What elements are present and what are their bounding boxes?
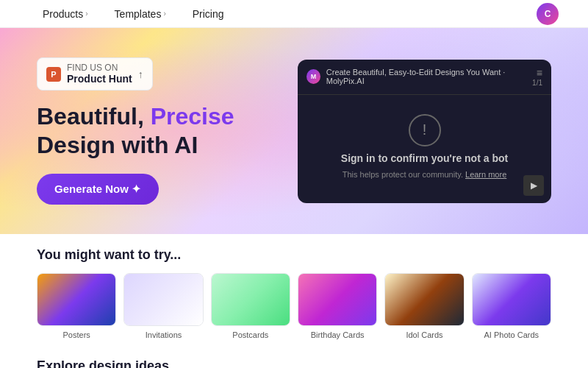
product-hunt-arrow-icon: ↑ bbox=[138, 68, 143, 80]
invite-thumb-inner bbox=[124, 274, 202, 325]
nav-links: Products › Templates › Pricing bbox=[29, 0, 237, 28]
video-page: 1/1 bbox=[532, 79, 542, 87]
video-title: Create Beautiful, Easy-to-Edit Designs Y… bbox=[326, 68, 532, 85]
hero-title-line2: Design with AI bbox=[37, 132, 198, 158]
nav-item-templates[interactable]: Templates › bbox=[101, 0, 179, 28]
idol-label: Idol Cards bbox=[406, 330, 442, 339]
hero-left: P FIND US ON Product Hunt ↑ Beautiful, P… bbox=[37, 57, 276, 205]
poster-thumb bbox=[37, 273, 116, 326]
explore-section: Explore design ideas bbox=[0, 348, 588, 368]
product-hunt-name: Product Hunt bbox=[67, 73, 132, 85]
photo-label: AI Photo Cards bbox=[484, 330, 539, 339]
suggestions-grid: Posters Invitations Postcards Birthday C… bbox=[37, 273, 551, 339]
product-hunt-badge[interactable]: P FIND US ON Product Hunt ↑ bbox=[37, 57, 153, 91]
postcard-label: Postcards bbox=[232, 330, 268, 339]
navbar: Products › Templates › Pricing C bbox=[0, 0, 588, 28]
suggestion-ai-photo-cards[interactable]: AI Photo Cards bbox=[472, 273, 551, 339]
postcard-thumb-inner bbox=[212, 274, 290, 325]
sub-text-content: This helps protect our community. bbox=[343, 170, 463, 179]
idol-thumb-inner bbox=[385, 274, 463, 325]
pricing-label: Pricing bbox=[193, 8, 224, 20]
suggestion-birthday-cards[interactable]: Birthday Cards bbox=[298, 273, 377, 339]
avatar[interactable]: C bbox=[537, 3, 559, 25]
products-label: Products bbox=[43, 8, 83, 20]
hero-title: Beautiful, Precise Design with AI bbox=[37, 102, 276, 159]
video-play-button[interactable]: ▶ bbox=[523, 175, 544, 196]
video-card: M Create Beautiful, Easy-to-Edit Designs… bbox=[298, 60, 551, 203]
poster-label: Posters bbox=[63, 330, 90, 339]
templates-label: Templates bbox=[115, 8, 162, 20]
find-on-label: FIND US ON bbox=[67, 63, 118, 73]
suggestion-postcards[interactable]: Postcards bbox=[211, 273, 290, 339]
suggestions-title: You might want to try... bbox=[37, 247, 551, 263]
poster-thumb-inner bbox=[37, 274, 115, 325]
video-body: ! Sign in to confirm you're not a bot Th… bbox=[298, 95, 551, 198]
hero-title-line1: Beautiful, bbox=[37, 103, 151, 130]
products-chevron-icon: › bbox=[85, 10, 87, 18]
suggestion-invitations[interactable]: Invitations bbox=[123, 273, 203, 339]
suggestions-section: You might want to try... Posters Invitat… bbox=[0, 234, 588, 348]
invitation-thumb bbox=[123, 273, 203, 326]
learn-more-link[interactable]: Learn more bbox=[465, 170, 506, 179]
hero-title-highlight: Precise bbox=[151, 103, 234, 130]
photo-thumb bbox=[472, 273, 551, 326]
explore-title: Explore design ideas bbox=[37, 358, 551, 368]
photo-thumb-inner bbox=[473, 274, 551, 325]
video-header: M Create Beautiful, Easy-to-Edit Designs… bbox=[298, 60, 551, 95]
video-site-icon: M bbox=[306, 69, 320, 84]
product-hunt-icon: P bbox=[46, 67, 61, 82]
sign-in-text: Sign in to confirm you're not a bot bbox=[341, 152, 508, 164]
suggestion-idol-cards[interactable]: Idol Cards bbox=[384, 273, 464, 339]
birthday-thumb-inner bbox=[298, 274, 376, 325]
suggestion-posters[interactable]: Posters bbox=[37, 273, 116, 339]
bot-sub-text: This helps protect our community. Learn … bbox=[343, 170, 507, 179]
product-hunt-text: FIND US ON Product Hunt bbox=[67, 63, 132, 85]
idol-thumb bbox=[384, 273, 464, 326]
video-menu-icon[interactable]: ≡ bbox=[537, 67, 542, 79]
nav-item-pricing[interactable]: Pricing bbox=[179, 0, 237, 28]
templates-chevron-icon: › bbox=[163, 10, 165, 18]
video-header-left: M Create Beautiful, Easy-to-Edit Designs… bbox=[306, 68, 532, 85]
nav-item-products[interactable]: Products › bbox=[29, 0, 101, 28]
birthday-label: Birthday Cards bbox=[311, 330, 365, 339]
hero-section: P FIND US ON Product Hunt ↑ Beautiful, P… bbox=[0, 28, 588, 234]
invitation-label: Invitations bbox=[146, 330, 182, 339]
warning-icon: ! bbox=[409, 114, 441, 146]
postcard-thumb bbox=[211, 273, 290, 326]
birthday-thumb bbox=[298, 273, 377, 326]
generate-button[interactable]: Generate Now ✦ bbox=[37, 174, 159, 205]
